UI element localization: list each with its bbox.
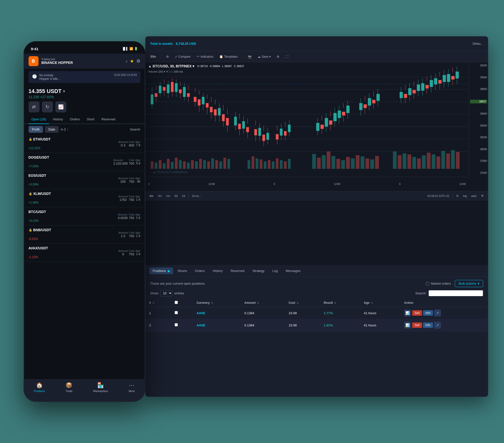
show-label: Show [150,291,158,295]
nav-more[interactable]: ⋯ More [129,382,135,393]
action-icon-btn[interactable]: 📊 [404,322,411,329]
balance-actions: ⇄ ↻ 📈 [29,101,140,112]
favorite-btn[interactable]: ★ [130,58,134,64]
list-item[interactable]: EOS/USDT +3.09% Amount 255 Cost 750 Age … [24,171,145,189]
list-item[interactable]: 🔒 XLM/USDT +1.99% Amount 1763 Cost 750 A… [24,189,145,207]
row-age: 41 hours [360,319,400,331]
tab-positions[interactable]: Positions [149,267,173,274]
nav-trade[interactable]: 📦 Trade [66,382,73,393]
positions-description: These are your current open positions. [150,282,206,285]
tab-shorts[interactable]: Shorts [174,267,191,274]
more-nav-icon: ⋯ [129,382,134,389]
activity-subtitle: Hopper is idle... [39,77,112,81]
mobile-tab-short[interactable]: Short [84,115,97,124]
nav-positions[interactable]: 🏠 Positions [34,382,45,393]
pct-btn[interactable]: % [455,194,460,198]
default-badge: Defau... [472,42,483,45]
info-btn[interactable]: Info [423,322,433,328]
svg-rect-118 [222,114,225,121]
settings-chart-btn[interactable]: ⚙ [480,194,485,198]
marketplace-nav-label: Marketplace [93,390,108,393]
select-all-checkbox[interactable] [175,301,178,304]
tab-orders[interactable]: Orders [191,267,208,274]
list-item[interactable]: BTC/USDT +0.23% Amount 0.0035 Cost 750 A… [24,207,145,225]
nav-goto[interactable]: Go to... [191,194,202,198]
filter-az-btn[interactable]: A-Z ↑ [61,128,68,131]
svg-rect-136 [254,129,257,135]
tab-log[interactable]: Log [269,267,281,274]
row-checkbox[interactable] [171,319,193,331]
refresh-btn[interactable]: ↻ [42,101,53,112]
bulk-actions-chevron: ▾ [478,282,479,285]
price-37800: 37800 [470,160,487,162]
tradingview-watermark: ☁ Chart by TradingView [153,170,188,174]
filter-date-btn[interactable]: Date [45,126,59,133]
svg-rect-160 [316,123,319,131]
share-btn[interactable]: ↗ [434,322,441,329]
screenshot-btn[interactable]: 📷 [246,54,254,59]
nav-marketplace[interactable]: 🏪 Marketplace [93,382,108,393]
mobile-tab-orders[interactable]: Orders [67,115,83,124]
mobile-tab-open[interactable]: Open (19) [29,115,49,124]
tab-reserved[interactable]: Reserved [227,267,248,274]
row-checkbox[interactable] [171,307,193,319]
total-assets-label: Total in assets: [150,42,174,45]
save-btn[interactable]: ☁ Save ▾ [256,54,273,59]
nav-3m[interactable]: 3m [156,194,163,198]
svg-rect-7 [151,161,153,169]
pos-symbol: BTC/USDT +0.23% [29,210,117,223]
filter-search-btn[interactable]: Search [130,128,140,131]
market-orders-check[interactable]: Market orders [426,282,451,286]
entries-select[interactable]: 10 25 50 [160,290,172,296]
tab-strategy[interactable]: Strategy [249,267,268,274]
toolbar-icon-1[interactable]: ⚙ [164,54,171,59]
search-input[interactable] [428,290,483,296]
fullscreen-btn[interactable]: ⛶ [283,54,290,59]
filter-profit-btn[interactable]: Profit [29,126,43,133]
svg-rect-148 [276,134,278,139]
mobile-tab-history[interactable]: History [50,115,66,124]
sell-btn[interactable]: Sell [412,322,422,328]
svg-rect-40 [322,155,325,169]
svg-rect-145 [266,133,269,140]
list-item[interactable]: AVAX/USDT -1.12% Amount 9 Cost 750 Age 1… [24,244,145,262]
action-icon-btn[interactable]: 📊 [404,310,411,316]
mobile-tab-reserved[interactable]: Reserved [98,115,118,124]
timeframe-btn[interactable]: 30m [148,54,158,59]
pos-age-col: Age 5 d [135,159,140,165]
nav-6m[interactable]: 6m [148,194,155,198]
svg-rect-223 [434,78,437,85]
indicators-icon: 〜 [196,54,199,59]
log-btn[interactable]: log [462,194,468,198]
nav-1d[interactable]: 1d [181,194,187,198]
svg-rect-45 [346,157,350,169]
share-btn[interactable]: ↗ [434,310,441,316]
svg-rect-60 [431,154,435,169]
bulk-actions-btn[interactable]: Bulk actions ▾ [455,280,483,287]
svg-rect-64 [451,150,455,169]
sell-btn[interactable]: Sell [412,310,422,316]
svg-rect-88 [179,89,182,93]
time-1200-2: 12:00 [334,183,340,185]
settings-phone-btn[interactable]: ⚙ [136,58,140,64]
settings-btn[interactable]: ⚙ [275,54,281,59]
info-btn[interactable]: Info [423,310,433,316]
forward-btn[interactable]: › [126,59,127,64]
signal-icon: ▐▌▌ [122,47,128,50]
auto-btn[interactable]: auto [470,194,478,198]
tab-messages[interactable]: Messages [282,267,304,274]
templates-btn[interactable]: 📋 Templates [217,54,240,59]
tab-history[interactable]: History [209,267,226,274]
compare-btn[interactable]: ⤢ Compare [173,54,193,59]
indicators-btn[interactable]: 〜 Indicators [194,53,215,60]
nav-5d[interactable]: 5d [173,194,179,198]
list-item[interactable]: 🔒 BNB/USDT -0.51% Amount 1.5 Cost 750 Ag… [24,225,145,244]
list-item[interactable]: DOGE/USDT +7.53% Amount 2.220.000 Cost 7… [24,153,145,171]
svg-rect-41 [327,151,330,169]
list-item[interactable]: 🔒 ETH/USDT +12.22% Amount 0.3 Cost 800 A… [24,135,145,153]
swap-btn[interactable]: ⇄ [29,101,39,112]
chart-btn[interactable]: 📈 [55,101,66,112]
svg-rect-238 [456,72,459,79]
svg-rect-235 [451,76,454,80]
nav-1m[interactable]: 1m [165,194,171,198]
